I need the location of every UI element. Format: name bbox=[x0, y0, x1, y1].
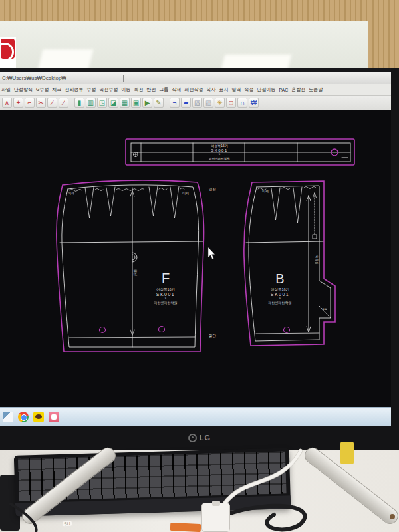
menu-item[interactable]: 그룹 bbox=[159, 86, 168, 93]
drill-hole bbox=[100, 327, 106, 333]
omega-tool-icon[interactable]: ∩ bbox=[237, 98, 247, 108]
hem-line bbox=[69, 337, 195, 338]
menu-help[interactable]: 도움말 bbox=[309, 86, 323, 93]
scissors-tool-icon[interactable]: ✂ bbox=[36, 98, 46, 108]
svg-text:여성복16기: 여성복16기 bbox=[211, 144, 228, 148]
line-tool-icon[interactable]: + bbox=[13, 98, 23, 108]
svg-text:S: S bbox=[165, 297, 167, 300]
star-tool-icon[interactable]: ✳ bbox=[215, 98, 225, 108]
kakaotalk-icon[interactable] bbox=[33, 412, 44, 422]
wood-slat-wall bbox=[0, 0, 399, 21]
menu-item[interactable]: 패턴작성 bbox=[184, 86, 203, 93]
notch-tool-icon[interactable]: ◳ bbox=[97, 98, 107, 108]
wood-slat-wall-right bbox=[368, 0, 399, 70]
menu-item[interactable]: 단점이동 bbox=[257, 86, 275, 93]
monitor-bezel-bottom: LG bbox=[0, 426, 399, 450]
won-tool-icon[interactable]: ₩ bbox=[249, 98, 259, 108]
wall-sign bbox=[0, 37, 16, 72]
menu-item[interactable]: G수정 bbox=[36, 86, 49, 93]
menu-item[interactable]: 혼합선 bbox=[291, 86, 305, 93]
svg-text:SK001: SK001 bbox=[211, 148, 228, 152]
curve-tool-icon[interactable]: ∧ bbox=[2, 98, 12, 108]
monitor: C:₩Users₩us₩Desktop₩ 파일 단정방식 G수정 체크 선의종류… bbox=[0, 68, 399, 450]
svg-text:S: S bbox=[279, 297, 281, 300]
waistband-info-block: 여성복16기 SK001 S 패턴앤패턴학원 bbox=[208, 144, 230, 160]
svg-text:SK001: SK001 bbox=[156, 292, 176, 297]
back-skirt-piece[interactable]: 이세 뒤중심 트임 B 여성복16기 SK001 S 패턴앤패턴학원 bbox=[244, 181, 335, 346]
slash2-tool-icon[interactable]: ∕ bbox=[59, 98, 68, 108]
menu-item[interactable]: 단정방식 bbox=[14, 86, 33, 93]
menu-item[interactable]: 곡선수정 bbox=[99, 86, 118, 93]
menu-item[interactable]: 표시 bbox=[219, 86, 228, 93]
front-piece-letter: F bbox=[162, 271, 170, 285]
button-mark bbox=[132, 253, 137, 262]
whiteboard bbox=[0, 21, 368, 70]
menu-item[interactable]: 속성 bbox=[244, 86, 253, 93]
zipper-end-mark bbox=[313, 235, 317, 239]
fill-tool-icon[interactable]: ▰ bbox=[181, 98, 191, 108]
menu-item[interactable]: 수정 bbox=[86, 86, 96, 93]
sheet-tool-icon[interactable]: ▨ bbox=[192, 98, 202, 108]
tool-bar: ∧ + ⌐ ✂ ∕ ∕ ▮ ▥ ◳ ◪ ▦ ▣ ▶ ✎ ¬ ▰ ▨ ▧ ✳ □ bbox=[0, 96, 391, 110]
menu-item[interactable]: 회전 bbox=[134, 86, 143, 93]
fold-line-label: 골선 bbox=[134, 269, 138, 276]
ease-zigzag bbox=[70, 188, 184, 192]
svg-text:패턴앤패턴학원: 패턴앤패턴학원 bbox=[154, 301, 178, 305]
flip-tool-icon[interactable]: ◪ bbox=[108, 98, 118, 108]
hip-line bbox=[246, 241, 323, 243]
menu-item[interactable]: 삭제 bbox=[172, 86, 181, 93]
svg-text:SK001: SK001 bbox=[271, 292, 290, 297]
svg-text:S: S bbox=[219, 153, 221, 156]
sheet2-tool-icon[interactable]: ▧ bbox=[203, 98, 213, 108]
media-app-icon[interactable] bbox=[3, 412, 13, 422]
arrow-tool-icon[interactable]: ▶ bbox=[142, 98, 152, 108]
chrome-icon[interactable] bbox=[18, 412, 29, 422]
pattern-canvas[interactable]: 여성복16기 SK001 S 패턴앤패턴학원 bbox=[0, 110, 391, 407]
pattern-outline bbox=[62, 185, 199, 347]
hip-line bbox=[60, 241, 203, 243]
menu-bar: 파일 단정방식 G수정 체크 선의종류 수정 곡선수정 이동 회전 반전 그룹 … bbox=[0, 84, 391, 96]
orange-sticker bbox=[170, 523, 201, 532]
drill-hole bbox=[159, 327, 165, 332]
ease-label: 이세 bbox=[68, 191, 74, 195]
grid-tool-icon[interactable]: ▮ bbox=[74, 98, 84, 108]
hem-label: 밑단 bbox=[209, 334, 217, 338]
menu-file[interactable]: 파일 bbox=[1, 86, 11, 93]
menu-item[interactable]: PAC bbox=[279, 88, 288, 92]
lg-emblem-icon bbox=[188, 434, 197, 442]
front-skirt-piece[interactable]: 이세 이세 골선 F 여성복16기 SK001 S 패턴앤패턴학원 bbox=[57, 180, 204, 352]
back-info-block: 여성복16기 SK001 S 패턴앤패턴학원 bbox=[268, 287, 292, 305]
grain-line bbox=[307, 196, 311, 332]
remote-app-icon[interactable] bbox=[49, 412, 59, 422]
menu-item[interactable]: 영역 bbox=[231, 86, 241, 93]
window-title: C:₩Users₩us₩Desktop₩ bbox=[0, 75, 66, 81]
panel-tool-icon[interactable]: ▦ bbox=[120, 98, 130, 108]
waistband-piece[interactable]: 여성복16기 SK001 S 패턴앤패턴학원 bbox=[126, 139, 354, 165]
stamp-tool-icon[interactable]: ▣ bbox=[131, 98, 141, 108]
shape-tool-icon[interactable]: ¬ bbox=[170, 98, 180, 108]
menu-item[interactable]: 이동 bbox=[121, 86, 130, 93]
desk-tag: SU bbox=[63, 521, 72, 526]
lg-brand-text: LG bbox=[200, 434, 211, 442]
pen-tool-icon[interactable]: ✎ bbox=[154, 98, 164, 108]
white-adapter bbox=[201, 503, 230, 532]
red-sign-icon bbox=[1, 39, 15, 59]
table-tool-icon[interactable]: ▥ bbox=[86, 98, 96, 108]
drill-hole bbox=[284, 327, 290, 333]
menu-item[interactable]: 반전 bbox=[146, 86, 156, 93]
mouse-cursor bbox=[208, 247, 215, 259]
titlebar-divider bbox=[123, 75, 124, 82]
menu-item[interactable]: 선의종류 bbox=[65, 86, 83, 93]
corner-tool-icon[interactable]: ⌐ bbox=[25, 98, 35, 108]
taskbar bbox=[0, 407, 391, 426]
back-piece-letter: B bbox=[275, 271, 284, 286]
frame-tool-icon[interactable]: □ bbox=[226, 98, 236, 108]
slash-tool-icon[interactable]: ∕ bbox=[47, 98, 57, 108]
monitor-bezel-right bbox=[391, 68, 399, 450]
cad-application-window: C:₩Users₩us₩Desktop₩ 파일 단정방식 G수정 체크 선의종류… bbox=[0, 72, 391, 426]
menu-item[interactable]: 복사 bbox=[206, 86, 215, 93]
vent-label: 트임 bbox=[322, 308, 327, 311]
menu-item[interactable]: 체크 bbox=[52, 86, 61, 93]
svg-text:패턴앤패턴학원: 패턴앤패턴학원 bbox=[208, 157, 230, 160]
ease-label: 이세 bbox=[182, 191, 189, 195]
